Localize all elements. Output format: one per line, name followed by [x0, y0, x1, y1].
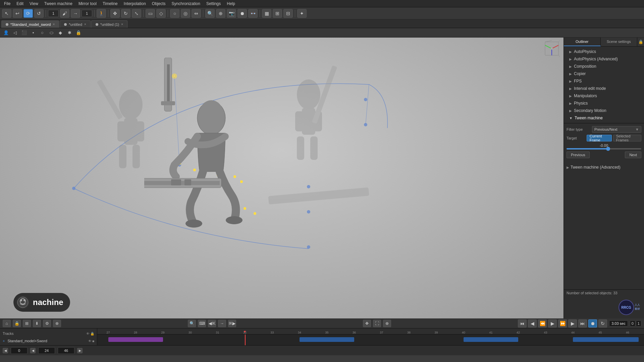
target-current-frame-btn[interactable]: Current Frame: [587, 135, 612, 141]
track-content-area[interactable]: 27 28 29 30 31 32 33 34 35 36 37 38 39 4…: [97, 328, 644, 345]
tool-redo[interactable]: ⟳: [23, 9, 33, 18]
menu-view[interactable]: View: [27, 1, 41, 7]
next-btn[interactable]: Next: [625, 152, 641, 158]
tool-grid2[interactable]: ⊞: [273, 9, 282, 18]
tl-lock-btn[interactable]: 🔒: [13, 320, 21, 327]
outliner-physics[interactable]: ▶ Physics: [564, 100, 644, 107]
tab-close-0[interactable]: ×: [53, 22, 55, 26]
lock-track-icon[interactable]: 🔒: [90, 332, 94, 336]
rewind-btn[interactable]: ⏮: [518, 319, 527, 327]
menu-help[interactable]: Help: [224, 1, 238, 7]
icon-star[interactable]: ✱: [65, 29, 73, 37]
outliner-secondary-motion[interactable]: ▶ Secondary Motion: [564, 107, 644, 114]
tool-refresh[interactable]: ↺: [34, 9, 44, 18]
menu-objects[interactable]: Objects: [149, 1, 168, 7]
tween-advanced-header[interactable]: ▶ Tween machine (Advanced): [567, 164, 641, 171]
icon-box[interactable]: ▪: [29, 29, 37, 37]
tl-tool2-btn[interactable]: ⛶: [373, 320, 381, 327]
outliner-fps[interactable]: ▶ FPS: [564, 77, 644, 85]
outliner-tween-machine[interactable]: ▼ Tween machine: [564, 114, 644, 122]
play-btn[interactable]: ▶: [548, 319, 557, 327]
menu-synchronization[interactable]: Synchronization: [169, 1, 203, 7]
track-eye-icon[interactable]: 👁: [88, 339, 92, 343]
tool-grid[interactable]: ▦: [262, 9, 271, 18]
playhead[interactable]: [245, 335, 246, 345]
loop-btn[interactable]: ↻: [598, 319, 607, 327]
tween-slider-thumb[interactable]: [606, 147, 610, 151]
next-frame-btn[interactable]: ▶: [568, 319, 577, 327]
tool-special[interactable]: ✦: [297, 9, 307, 18]
frame-num-2[interactable]: 1: [82, 10, 92, 17]
tl-arrow-right-btn[interactable]: →: [218, 320, 226, 327]
tool-move[interactable]: ✥: [110, 9, 120, 18]
tl-tool1-btn[interactable]: ✥: [363, 320, 371, 327]
tl-tool3-btn[interactable]: ⊕: [383, 320, 391, 327]
tool-search[interactable]: 🔍: [205, 9, 215, 18]
tl-filter-btn[interactable]: ⊗: [53, 320, 61, 327]
tab-close-1[interactable]: ×: [84, 22, 86, 26]
menu-edit[interactable]: Edit: [14, 1, 26, 7]
panel-lock-btn[interactable]: 🔒: [637, 38, 644, 46]
menu-tween[interactable]: Tween machine: [42, 1, 75, 7]
tool-person[interactable]: 🚶: [97, 9, 106, 18]
tl-settings-btn[interactable]: ⚙: [43, 320, 51, 327]
icon-cube[interactable]: ⬛: [20, 29, 28, 37]
tool-select[interactable]: ↖: [2, 9, 11, 18]
prev-frame-btn[interactable]: ◀: [528, 319, 537, 327]
tool-undo[interactable]: ↩: [13, 9, 22, 18]
search-icon[interactable]: 🔍: [188, 320, 196, 327]
prev-key-btn[interactable]: ⏪: [538, 319, 547, 327]
tool-brush[interactable]: 🖌: [60, 9, 69, 18]
tl-ik-right-btn[interactable]: IK▶: [228, 320, 236, 327]
menu-interpolation[interactable]: Interpolation: [121, 1, 149, 7]
tool-record[interactable]: ⏺: [237, 9, 247, 18]
tool-arrows[interactable]: ⇔: [192, 9, 201, 18]
icon-arrow-left[interactable]: ◁: [11, 29, 19, 37]
tab-standard-sword[interactable]: *Standard_model_sword ×: [1, 20, 59, 28]
record-btn[interactable]: ⏺: [588, 319, 597, 327]
icon-sphere[interactable]: ○: [38, 29, 46, 37]
outliner-composition[interactable]: ▶ Composition: [564, 63, 644, 70]
tool-arrow[interactable]: →: [71, 9, 80, 18]
outliner-copier[interactable]: ▶ Copier: [564, 70, 644, 77]
next-key-btn[interactable]: ⏩: [558, 319, 567, 327]
filter-type-dropdown[interactable]: Previous/Next ▼: [592, 126, 641, 133]
outliner-manipulators[interactable]: ▶ Manipulators: [564, 92, 644, 100]
viewport-3d[interactable]: nachine: [0, 38, 564, 318]
icon-cylinder[interactable]: ⬭: [47, 29, 55, 37]
tool-target[interactable]: ⊕: [216, 9, 225, 18]
menu-settings[interactable]: Settings: [204, 1, 223, 7]
tool-vr[interactable]: 👓: [248, 9, 258, 18]
icon-diamond[interactable]: ◆: [56, 29, 64, 37]
fast-forward-btn[interactable]: ⏭: [578, 319, 587, 327]
track-expand-icon[interactable]: +: [3, 339, 5, 343]
tool-square[interactable]: ▭: [146, 9, 155, 18]
eye-icon[interactable]: 👁: [86, 332, 90, 336]
frame-next-nav[interactable]: ▶: [77, 348, 83, 353]
track-keyframe-area[interactable]: [97, 335, 644, 345]
frame-prev-nav[interactable]: ◀: [30, 348, 36, 353]
frame-end-input[interactable]: 46: [58, 347, 74, 354]
tab-outliner[interactable]: Outliner: [564, 38, 601, 46]
menu-timeline[interactable]: Timeline: [100, 1, 120, 7]
icon-person[interactable]: 👤: [2, 29, 10, 37]
tab-scene-settings[interactable]: Scene settings: [601, 38, 638, 46]
frame-current-input[interactable]: 24: [38, 347, 55, 354]
outliner-autophysics-adv[interactable]: ▶ AutoPhysics (Advanced): [564, 55, 644, 63]
tl-group-btn[interactable]: ⊞: [23, 320, 31, 327]
frame-num-1[interactable]: 1: [48, 10, 59, 17]
icon-lock[interactable]: 🔒: [74, 29, 83, 37]
tab-close-2[interactable]: ×: [121, 22, 123, 26]
tool-cam[interactable]: 📷: [227, 9, 236, 18]
frame-start-nav[interactable]: ◀: [3, 348, 8, 353]
tool-circle2[interactable]: ◎: [181, 9, 190, 18]
tab-untitled-1[interactable]: *untitled (1) ×: [91, 20, 127, 28]
outliner-autophysics[interactable]: ▶ AutoPhysics: [564, 48, 644, 55]
menu-file[interactable]: File: [1, 1, 13, 7]
menu-mirror[interactable]: Mirror tool: [76, 1, 99, 7]
tool-diamond[interactable]: ◇: [156, 9, 166, 18]
tool-grid3[interactable]: ⊟: [283, 9, 293, 18]
target-selected-frames-btn[interactable]: Selected Frames: [613, 135, 641, 141]
tl-ik-left-btn[interactable]: ◀IK: [208, 320, 216, 327]
tl-expand-btn[interactable]: ⬇: [33, 320, 41, 327]
